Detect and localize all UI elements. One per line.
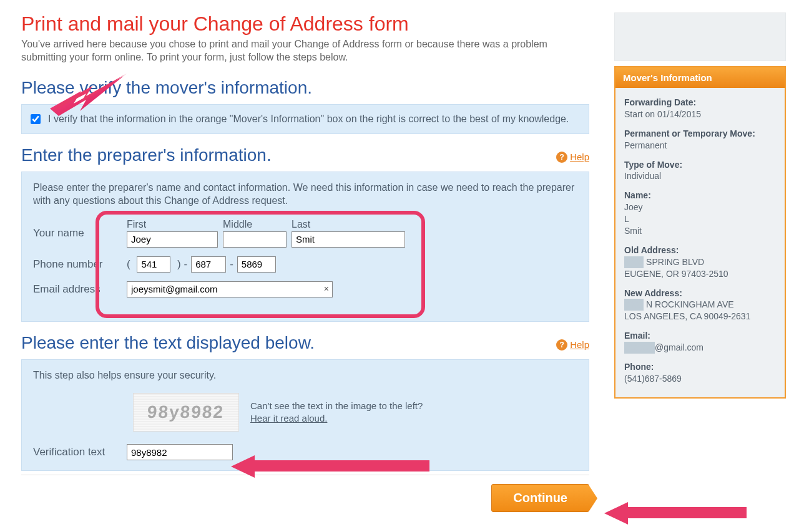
type-value: Individual <box>624 170 776 182</box>
email-value-sidebar: xxxxxxx@gmail.com <box>624 342 776 354</box>
first-name-input[interactable] <box>127 231 218 248</box>
help-text[interactable]: Help <box>570 152 589 162</box>
old-addr-line1: 0000 SPRING BLVD <box>624 256 776 268</box>
middle-name-input[interactable] <box>223 231 287 248</box>
verification-input[interactable] <box>127 444 233 460</box>
fwd-date-value: Start on 01/14/2015 <box>624 109 776 120</box>
captcha-box: This step also helps ensure your securit… <box>21 359 589 472</box>
phone-value-sidebar: (541)687-5869 <box>624 373 776 385</box>
fwd-date-label: Forwarding Date: <box>624 97 776 109</box>
help-text[interactable]: Help <box>570 339 589 350</box>
verify-checkbox[interactable] <box>31 114 41 124</box>
name-label-sidebar: Name: <box>624 190 776 201</box>
continue-button[interactable]: Continue <box>491 484 589 512</box>
captcha-help-text: Can't see the text in the image to the l… <box>250 400 423 425</box>
main-column: Print and mail your Change of Address fo… <box>21 12 589 512</box>
verify-label: I verify that the information in the ora… <box>48 114 569 125</box>
preparer-box: Please enter the preparer's name and con… <box>21 172 589 322</box>
name-first-val: Joey <box>624 201 776 213</box>
last-name-input[interactable] <box>292 231 405 248</box>
captcha-heading: Please enter the text displayed below. <box>21 333 315 353</box>
captcha-hear-link[interactable]: Hear it read aloud. <box>250 413 327 423</box>
new-addr-line2: LOS ANGELES, CA 90049-2631 <box>624 311 776 322</box>
help-icon: ? <box>556 152 567 163</box>
intro-text: You've arrived here because you chose to… <box>21 38 589 64</box>
phone-line-input[interactable] <box>237 256 276 273</box>
captcha-note: This step also helps ensure your securit… <box>33 369 577 382</box>
name-last-val: Smit <box>624 225 776 237</box>
phone-label: Phone number <box>33 258 127 271</box>
last-hdr: Last <box>292 219 405 230</box>
footer-row: Continue <box>21 475 589 512</box>
sidebar: Mover's Information Forwarding Date: Sta… <box>614 12 786 512</box>
move-type-label: Permanent or Temporary Move: <box>624 128 776 140</box>
phone-area-input[interactable] <box>137 256 170 273</box>
name-label: Your name <box>33 227 127 239</box>
first-hdr: First <box>127 219 218 230</box>
clear-email-icon[interactable]: × <box>324 284 329 294</box>
preparer-heading: Enter the preparer's information. <box>21 145 272 165</box>
new-addr-line1: 0000 N ROCKINGHAM AVE <box>624 299 776 311</box>
preparer-note: Please enter the preparer's name and con… <box>33 181 577 208</box>
page-title: Print and mail your Change of Address fo… <box>21 12 589 36</box>
verify-heading: Please verify the mover's information. <box>21 78 589 98</box>
verify-box: I verify that the information in the ora… <box>21 104 589 134</box>
captcha-image-text: 98y8982 <box>147 402 225 422</box>
email-label-sidebar: Email: <box>624 330 776 342</box>
sidebar-empty-card <box>614 12 786 61</box>
old-addr-label: Old Address: <box>624 244 776 256</box>
phone-prefix-input[interactable] <box>191 256 226 273</box>
old-addr-line2: EUGENE, OR 97403-2510 <box>624 268 776 280</box>
captcha-cant-see: Can't see the text in the image to the l… <box>250 400 423 411</box>
new-addr-label: New Address: <box>624 288 776 299</box>
captcha-image: 98y8982 <box>133 393 239 432</box>
continue-label: Continue <box>513 491 567 505</box>
phone-label-sidebar: Phone: <box>624 361 776 373</box>
movers-info-header: Mover's Information <box>615 67 785 88</box>
help-link-preparer[interactable]: ? Help <box>556 152 589 163</box>
middle-hdr: Middle <box>223 219 287 230</box>
name-mi-val: L <box>624 213 776 225</box>
email-input[interactable] <box>127 281 333 297</box>
verification-label: Verification text <box>33 446 127 458</box>
type-label: Type of Move: <box>624 159 776 171</box>
help-icon: ? <box>556 339 567 351</box>
help-link-captcha[interactable]: ? Help <box>556 339 589 351</box>
email-label: Email address <box>33 283 127 296</box>
move-type-value: Permanent <box>624 140 776 152</box>
movers-info-card: Mover's Information Forwarding Date: Sta… <box>614 66 786 399</box>
